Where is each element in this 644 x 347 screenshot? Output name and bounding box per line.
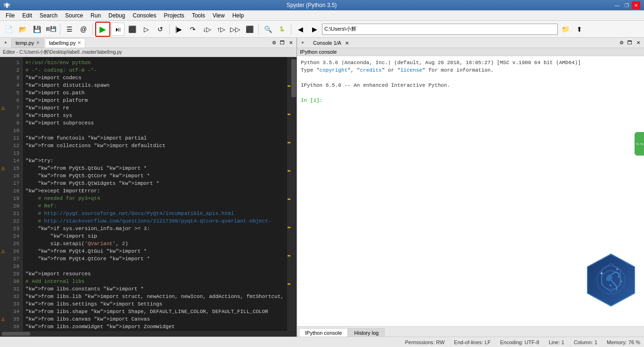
back-button[interactable]: ◀: [294, 23, 307, 36]
run-button[interactable]: ▶: [95, 22, 110, 37]
editor-settings-button[interactable]: ⚙: [270, 39, 278, 47]
console-prompt: In [1]:: [301, 98, 322, 103]
menu-consoles[interactable]: Consoles: [129, 10, 160, 20]
editor-panel-controls: ⚙ 🗖 ✕: [270, 39, 295, 47]
menu-help[interactable]: Help: [229, 10, 248, 20]
separator-1: [60, 24, 60, 35]
svg-text:✦: ✦: [599, 270, 604, 277]
menu-projects[interactable]: Projects: [160, 10, 188, 20]
console-add-button[interactable]: +: [299, 39, 306, 47]
debug-out-button[interactable]: ↑▷: [215, 23, 228, 36]
editor-header: + temp.py ✕ labelImg.py ✕ ⚙ 🗖 ✕: [0, 38, 297, 48]
menu-file[interactable]: File: [2, 10, 18, 20]
save-file-button[interactable]: 💾: [30, 23, 43, 36]
status-bar: Permissions: RW End-of-lines: LF Encodin…: [0, 337, 644, 347]
toolbar: 📄 📂 💾 ⊞💾 ☰ @ ▶ ⏯ ⬛ ▷ ↺ |▶ ↷ ↓▷ ↑▷ ▷▷ ⬛ 🔍…: [0, 21, 644, 38]
editor-close-button[interactable]: ✕: [287, 39, 295, 47]
main-content: + temp.py ✕ labelImg.py ✕ ⚙ 🗖 ✕: [0, 38, 644, 337]
menu-view[interactable]: View: [209, 10, 229, 20]
at-button[interactable]: @: [77, 23, 90, 36]
rerun-button[interactable]: ↺: [154, 23, 167, 36]
close-tab-temp[interactable]: ✕: [36, 40, 40, 45]
menu-bar: File Edit Search Source Run Debug Consol…: [0, 10, 644, 21]
python-button[interactable]: 🐍: [275, 23, 289, 36]
editor-add-tab-button[interactable]: +: [2, 39, 9, 47]
app-icon: 🕷: [4, 1, 10, 9]
feedback-bubble[interactable]: ZZ: [635, 132, 644, 156]
warning-gutter: ⚠⚠⚠⚠: [0, 57, 8, 331]
new-file-button[interactable]: 📄: [2, 23, 15, 36]
console-prompt-line: In [1]:: [301, 97, 640, 104]
menu-edit[interactable]: Edit: [18, 10, 36, 20]
copyright-link[interactable]: copyright: [320, 67, 347, 73]
status-column: Column: 1: [574, 339, 597, 345]
console-line-2: Type "copyright", "credits" or "license"…: [301, 66, 640, 74]
console-line-4: IPython 6.5.0 -- An enhanced Interactive…: [301, 82, 640, 89]
debug-continue-button[interactable]: ▷▷: [229, 23, 242, 36]
debug-start-button[interactable]: |▶: [172, 23, 185, 36]
status-eol: End-of-lines: LF: [454, 339, 491, 345]
console-panel-controls: ⚙ 🗖 ✕: [618, 39, 642, 47]
status-memory: Memory: 76 %: [607, 339, 640, 345]
code-scrollbar-horizontal[interactable]: [0, 331, 297, 337]
code-scrollbar-vertical[interactable]: [291, 57, 297, 331]
tab-temp-py[interactable]: temp.py ✕: [11, 38, 44, 48]
close-console-tab[interactable]: ✕: [345, 41, 349, 46]
tab-ipython-console[interactable]: IPython console: [299, 328, 348, 337]
editor-panel: + temp.py ✕ labelImg.py ✕ ⚙ 🗖 ✕: [0, 38, 297, 337]
minimize-button[interactable]: —: [613, 1, 621, 9]
separator-4: [258, 24, 259, 35]
list-button[interactable]: ☰: [63, 23, 76, 36]
console-maximize-button[interactable]: 🗖: [626, 39, 634, 47]
forward-button[interactable]: ▶: [308, 23, 321, 36]
code-editor[interactable]: ⚠⚠⚠⚠ 12345678910111213141516171819202122…: [0, 57, 297, 331]
path-box[interactable]: C:\Users\小辉: [322, 24, 558, 35]
save-all-button[interactable]: ⊞💾: [44, 23, 58, 36]
run-cell-button[interactable]: ⬛: [125, 23, 139, 36]
status-permissions: Permissions: RW: [405, 339, 445, 345]
console-tab-ipython[interactable]: Console 1/A ✕: [308, 40, 354, 46]
menu-source[interactable]: Source: [61, 10, 87, 20]
menu-debug[interactable]: Debug: [105, 10, 129, 20]
credits-link[interactable]: credits: [360, 67, 381, 73]
editor-file-path: Editor - C:\Users\小辉\Desktop\labelI..mas…: [0, 48, 297, 57]
console-line-5: [301, 89, 640, 97]
separator-3: [169, 24, 170, 35]
run-debug-button[interactable]: ⏯: [111, 23, 124, 36]
close-button[interactable]: ✕: [632, 1, 640, 9]
status-line: Line: 1: [549, 339, 564, 345]
debug-stop-button[interactable]: ⬛: [243, 23, 256, 36]
svg-text:✦: ✦: [620, 280, 623, 283]
debug-step-button[interactable]: ↷: [186, 23, 199, 36]
debug-into-button[interactable]: ↓▷: [200, 23, 214, 36]
find-button[interactable]: 🔍: [261, 23, 274, 36]
path-up-button[interactable]: ⬆: [573, 23, 586, 36]
code-content[interactable]: #!/usr/bin/env python# -*- coding: utf-8…: [23, 57, 287, 331]
open-file-button[interactable]: 📂: [16, 23, 29, 36]
right-markers: [287, 57, 291, 331]
svg-text:✦: ✦: [609, 283, 612, 288]
console-settings-button[interactable]: ⚙: [618, 39, 625, 47]
console-panel: + Console 1/A ✕ ⚙ 🗖 ✕ IPython console Py…: [297, 38, 644, 337]
run-selection-button[interactable]: ▷: [140, 23, 153, 36]
console-close-button[interactable]: ✕: [635, 39, 642, 47]
menu-run[interactable]: Run: [87, 10, 105, 20]
maximize-button[interactable]: ❐: [622, 1, 631, 9]
console-bottom-tabs: IPython console History log: [297, 326, 644, 337]
window-controls: — ❐ ✕: [613, 1, 640, 9]
menu-tools[interactable]: Tools: [188, 10, 209, 20]
window-title: Spyder (Python 3.5): [10, 2, 613, 8]
close-tab-labelimg[interactable]: ✕: [77, 40, 81, 45]
license-link[interactable]: license: [400, 67, 422, 73]
tab-history-log[interactable]: History log: [348, 328, 385, 337]
tab-labelimg-py[interactable]: labelImg.py ✕: [45, 38, 85, 48]
browse-button[interactable]: 📁: [559, 23, 572, 36]
scrollbar-thumb-vertical[interactable]: [291, 59, 296, 97]
scrollbar-thumb-horizontal[interactable]: [2, 332, 30, 336]
editor-maximize-button[interactable]: 🗖: [279, 39, 286, 47]
console-line-3: [301, 74, 640, 82]
decorative-hex-image: ✦ ✦ ✦ ✦: [583, 252, 639, 308]
console-header: + Console 1/A ✕ ⚙ 🗖 ✕: [297, 38, 644, 48]
menu-search[interactable]: Search: [36, 10, 61, 20]
editor-tabs: temp.py ✕ labelImg.py ✕: [11, 38, 85, 48]
